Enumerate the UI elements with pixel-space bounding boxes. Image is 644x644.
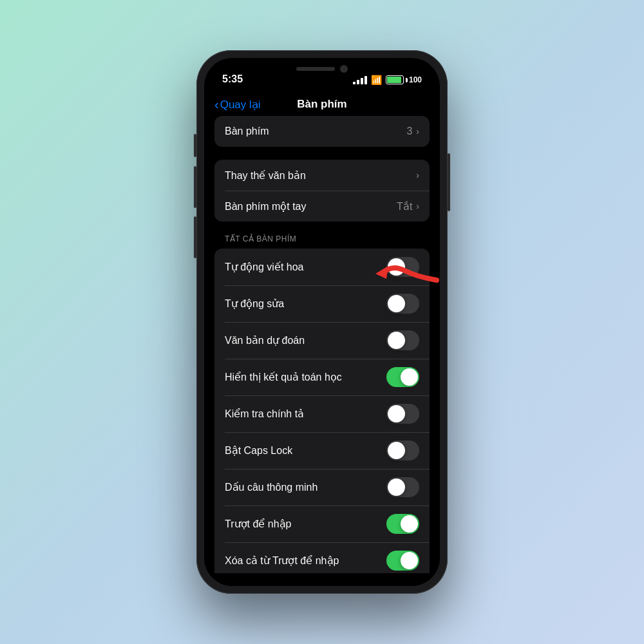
toggle-thumb xyxy=(388,405,405,422)
section-keyboards: Bàn phím 3 › xyxy=(214,116,430,147)
battery-icon: 100 xyxy=(386,75,422,84)
toggle-thumb xyxy=(401,515,418,533)
ban-phim-mot-tay-value: Tắt xyxy=(397,200,412,213)
ban-phim-label: Bàn phím xyxy=(225,126,406,137)
notch xyxy=(280,58,364,80)
row-xoa-ca-tu-truot: Xóa cả từ Trượt để nhập xyxy=(214,542,430,573)
dau-cau-thong-minh-toggle[interactable] xyxy=(386,477,419,497)
toggle-thumb xyxy=(401,552,418,569)
tu-dong-sua-toggle[interactable] xyxy=(386,294,419,314)
row-kiem-tra-chinh-ta: Kiểm tra chính tả xyxy=(214,395,430,432)
toggle-thumb xyxy=(388,478,405,496)
tu-dong-viet-hoa-toggle[interactable] xyxy=(386,257,419,277)
toggle-thumb xyxy=(388,442,405,459)
row-tu-dong-viet-hoa: Tự động viết hoa xyxy=(214,249,430,285)
volume-up-button xyxy=(194,166,196,208)
silent-button xyxy=(194,134,196,157)
toggle-thumb xyxy=(388,332,405,349)
section-text: Thay thế văn bản › Bàn phím một tay Tắt … xyxy=(214,160,430,222)
card-text: Thay thế văn bản › Bàn phím một tay Tắt … xyxy=(214,160,430,222)
chevron-right-icon: › xyxy=(416,126,419,137)
tu-dong-viet-hoa-label: Tự động viết hoa xyxy=(225,261,386,273)
page-title: Bàn phím xyxy=(297,98,346,111)
ban-phim-mot-tay-label: Bàn phím một tay xyxy=(225,200,397,213)
status-icons: 📶 100 xyxy=(353,75,422,85)
row-ban-phim[interactable]: Bàn phím 3 › xyxy=(214,116,430,147)
ban-phim-value: 3 xyxy=(406,126,412,137)
row-hien-thi-ket-qua: Hiển thị kết quả toán học xyxy=(214,359,430,395)
xoa-ca-tu-truot-toggle[interactable] xyxy=(386,551,419,571)
back-chevron-icon: ‹ xyxy=(214,98,219,111)
row-tu-dong-sua: Tự động sửa xyxy=(214,285,430,322)
card-keyboards: Bàn phím 3 › xyxy=(214,116,430,147)
kiem-tra-chinh-ta-label: Kiểm tra chính tả xyxy=(225,408,386,420)
row-bat-caps-lock: Bật Caps Lock xyxy=(214,432,430,469)
volume-down-button xyxy=(194,216,196,258)
chevron-right-icon: › xyxy=(416,170,419,180)
toggle-thumb xyxy=(388,258,405,276)
back-button[interactable]: ‹ Quay lại xyxy=(214,98,261,111)
hien-thi-ket-qua-label: Hiển thị kết quả toán học xyxy=(225,371,386,383)
row-thay-the-van-ban[interactable]: Thay thế văn bản › xyxy=(214,160,430,191)
speaker xyxy=(296,67,335,71)
xoa-ca-tu-truot-label: Xóa cả từ Trượt để nhập xyxy=(225,554,386,567)
settings-list: Bàn phím 3 › Thay thế văn bản › xyxy=(204,116,440,573)
toggle-thumb xyxy=(388,295,405,312)
status-time: 5:35 xyxy=(222,73,243,85)
row-truot-de-nhap: Trượt để nhập xyxy=(214,506,430,542)
back-label: Quay lại xyxy=(220,98,261,111)
phone-frame: 5:35 📶 100 xyxy=(196,50,448,594)
bat-caps-lock-label: Bật Caps Lock xyxy=(225,444,386,457)
nav-bar: ‹ Quay lại Bàn phím xyxy=(204,90,440,116)
dau-cau-thong-minh-label: Dấu câu thông minh xyxy=(225,481,386,493)
row-dau-cau-thong-minh: Dấu câu thông minh xyxy=(214,469,430,506)
van-ban-du-doan-label: Văn bản dự đoán xyxy=(225,334,386,346)
screen-content: ‹ Quay lại Bàn phím Bàn phím 3 › xyxy=(204,90,440,586)
row-van-ban-du-doan: Văn bản dự đoán xyxy=(214,322,430,359)
thay-the-van-ban-label: Thay thế văn bản xyxy=(225,169,416,182)
chevron-right-icon: › xyxy=(416,201,419,211)
bat-caps-lock-toggle[interactable] xyxy=(386,440,419,460)
wifi-icon: 📶 xyxy=(371,75,382,85)
phone-screen: 5:35 📶 100 xyxy=(204,58,440,586)
battery-label: 100 xyxy=(409,75,422,84)
toggle-thumb xyxy=(401,368,418,386)
kiem-tra-chinh-ta-toggle[interactable] xyxy=(386,404,419,424)
card-all-keyboards: Tự động viết hoa Tự động sửa xyxy=(214,249,430,573)
section-all-keyboards-label: TẤT CẢ BÀN PHÍM xyxy=(214,234,430,243)
front-camera xyxy=(340,65,348,73)
hien-thi-ket-qua-toggle[interactable] xyxy=(386,367,419,387)
truot-de-nhap-label: Trượt để nhập xyxy=(225,518,386,530)
row-ban-phim-mot-tay[interactable]: Bàn phím một tay Tắt › xyxy=(214,191,430,222)
section-all-keyboards: TẤT CẢ BÀN PHÍM Tự động viết hoa Tự động… xyxy=(214,234,430,573)
van-ban-du-doan-toggle[interactable] xyxy=(386,330,419,350)
power-button xyxy=(448,153,450,211)
truot-de-nhap-toggle[interactable] xyxy=(386,514,419,534)
tu-dong-sua-label: Tự động sửa xyxy=(225,298,386,310)
